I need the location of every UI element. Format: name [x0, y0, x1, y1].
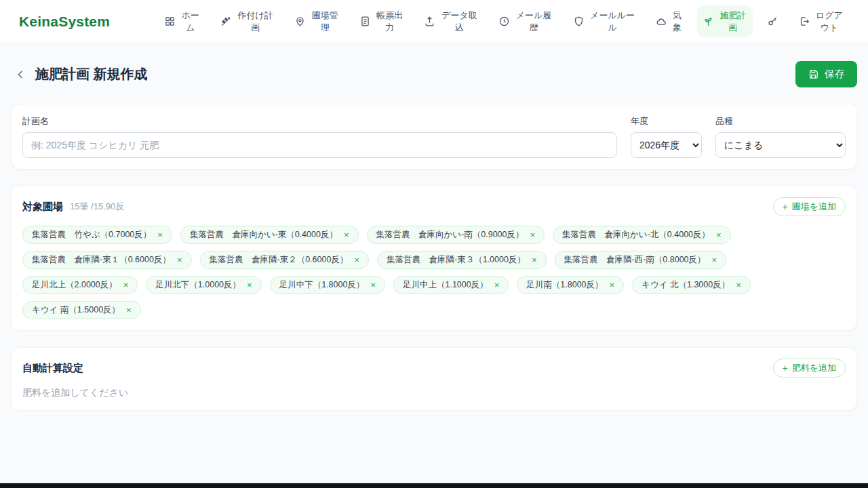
sprout-icon — [703, 16, 714, 27]
close-icon[interactable]: × — [177, 256, 182, 264]
close-icon[interactable]: × — [247, 281, 252, 289]
auto-calc-card: 自動計算設定 + 肥料を追加 肥料を追加してください — [11, 347, 857, 411]
nav-item-label: ホーム — [180, 9, 200, 33]
document-icon — [359, 16, 371, 27]
add-field-button[interactable]: + 圃場を追加 — [773, 197, 846, 216]
nav-item-report-output[interactable]: 帳票出力 — [354, 5, 410, 37]
target-fields-card: 対象圃場 15筆 /15.90反 + 圃場を追加 集落営農 竹やぶ（0.7000… — [11, 186, 857, 331]
field-chip-list: 集落営農 竹やぶ（0.7000反）× 集落営農 倉庫向かい-東（0.4000反）… — [22, 226, 846, 319]
fertilizer-empty-message: 肥料を追加してください — [22, 387, 846, 399]
variety-select[interactable]: にこまる — [715, 132, 846, 158]
wheat-icon — [220, 16, 232, 27]
field-chip: 集落営農 竹やぶ（0.7000反）× — [22, 226, 172, 244]
field-chip-label: 足川中上（1.1000反） — [403, 279, 488, 291]
nav-item-mail-rules[interactable]: メールルール — [568, 5, 642, 37]
nav-item-label: メールルール — [589, 9, 636, 33]
year-field-group: 年度 2026年度 — [631, 115, 702, 158]
upload-icon — [424, 16, 435, 27]
plus-icon: + — [783, 363, 788, 373]
key-icon — [767, 16, 778, 27]
close-icon[interactable]: × — [712, 256, 717, 264]
close-icon[interactable]: × — [610, 281, 615, 289]
history-icon — [498, 16, 510, 27]
close-icon[interactable]: × — [736, 281, 741, 289]
plus-icon: + — [783, 202, 788, 211]
nav-item-data-import[interactable]: データ取込 — [418, 5, 484, 37]
page-header: 施肥計画 新規作成 保存 — [0, 43, 868, 104]
plan-name-input[interactable] — [22, 132, 617, 158]
field-chip-label: 集落営農 倉庫隣-西-南（0.8000反） — [564, 254, 706, 266]
close-icon[interactable]: × — [494, 281, 500, 289]
field-chip-label: キウイ 北（1.3000反） — [642, 279, 730, 291]
chevron-left-icon — [14, 68, 27, 81]
plan-form-card: 計画名 年度 2026年度 品種 にこまる — [11, 104, 857, 169]
nav-item-planting-plan[interactable]: 作付け計画 — [215, 5, 280, 37]
close-icon[interactable]: × — [370, 281, 376, 289]
close-icon[interactable]: × — [344, 230, 349, 239]
nav-item-field-management[interactable]: 圃場管理 — [289, 5, 344, 37]
save-button[interactable]: 保存 — [795, 61, 857, 87]
add-fertilizer-button[interactable]: + 肥料を追加 — [773, 359, 846, 378]
plan-name-field-group: 計画名 — [22, 115, 617, 158]
field-chip: 足川北下（1.0000反）× — [146, 276, 261, 294]
field-chip-label: 集落営農 倉庫隣-東２（0.6000反） — [210, 254, 349, 266]
close-icon[interactable]: × — [157, 230, 163, 239]
field-chip: 集落営農 倉庫向かい-東（0.4000反）× — [180, 226, 359, 244]
brand-logo: KeinaSystem — [19, 14, 110, 30]
logout-icon — [799, 16, 810, 27]
field-chip: キウイ 南（1.5000反）× — [22, 301, 141, 319]
nav-item-label: 施肥計画 — [719, 9, 747, 33]
close-icon[interactable]: × — [530, 230, 535, 239]
save-icon — [808, 68, 819, 80]
nav-item-label: 帳票出力 — [376, 9, 404, 33]
field-chip: キウイ 北（1.3000反）× — [632, 276, 751, 294]
shield-icon — [573, 16, 585, 27]
plan-name-label: 計画名 — [22, 115, 617, 127]
close-icon[interactable]: × — [532, 256, 537, 264]
back-button[interactable] — [11, 65, 30, 84]
field-chip: 集落営農 倉庫隣-東１（0.6000反）× — [22, 251, 192, 269]
field-chip: 集落営農 倉庫隣-東２（0.6000反）× — [200, 251, 370, 269]
field-chip-label: キウイ 南（1.5000反） — [32, 304, 120, 316]
year-select[interactable]: 2026年度 — [631, 132, 702, 158]
map-pin-icon — [294, 16, 306, 27]
field-chip: 足川北上（2.0000反）× — [22, 276, 138, 294]
close-icon[interactable]: × — [716, 230, 722, 239]
nav-item-label: 気象 — [672, 9, 682, 33]
close-icon[interactable]: × — [123, 281, 129, 289]
nav-item-home[interactable]: ホーム — [159, 5, 205, 37]
close-icon[interactable]: × — [126, 306, 132, 314]
page-title: 施肥計画 新規作成 — [35, 65, 148, 83]
nav-item-label: 圃場管理 — [311, 9, 339, 33]
add-field-button-label: 圃場を追加 — [792, 201, 836, 213]
nav-item-label: データ取込 — [440, 9, 478, 33]
field-chip-label: 集落営農 倉庫向かい-東（0.4000反） — [190, 229, 338, 241]
field-chip-label: 足川北下（1.0000反） — [155, 279, 241, 291]
nav-item-fertilization-plan[interactable]: 施肥計画 — [697, 5, 753, 37]
year-label: 年度 — [631, 115, 702, 127]
target-fields-title: 対象圃場 — [22, 201, 63, 214]
field-chip: 足川南（1.8000反）× — [517, 276, 624, 294]
nav-items: ホーム 作付け計画 圃場管理 帳票出力 データ取込 — [159, 5, 849, 37]
field-chip-label: 足川中下（1.8000反） — [279, 279, 365, 291]
field-chip-label: 集落営農 倉庫向かい-北（0.4000反） — [562, 229, 710, 241]
field-chip-label: 集落営農 倉庫隣-東１（0.6000反） — [32, 254, 171, 266]
nav-item-mail-history[interactable]: メール履歴 — [493, 5, 558, 37]
nav-item-label: 作付け計画 — [237, 9, 275, 33]
close-icon[interactable]: × — [354, 256, 359, 264]
grid-icon — [164, 16, 176, 27]
nav-item-key[interactable] — [762, 12, 784, 31]
top-nav: KeinaSystem ホーム 作付け計画 圃場管理 帳票出力 — [0, 0, 868, 43]
variety-label: 品種 — [715, 115, 846, 127]
save-button-label: 保存 — [825, 68, 845, 81]
field-chip-label: 集落営農 倉庫向かい-南（0.9000反） — [376, 229, 524, 241]
field-chip: 集落営農 倉庫向かい-北（0.4000反）× — [553, 226, 731, 244]
auto-calc-title: 自動計算設定 — [22, 362, 83, 375]
field-chip-label: 足川北上（2.0000反） — [32, 279, 117, 291]
nav-item-logout[interactable]: ログアウト — [793, 5, 849, 37]
field-chip-label: 足川南（1.8000反） — [526, 279, 603, 291]
field-chip-label: 集落営農 竹やぶ（0.7000反） — [32, 229, 151, 241]
nav-item-weather[interactable]: 気象 — [650, 5, 688, 37]
field-chip: 足川中下（1.8000反）× — [270, 276, 385, 294]
field-chip: 集落営農 倉庫向かい-南（0.9000反）× — [367, 226, 545, 244]
